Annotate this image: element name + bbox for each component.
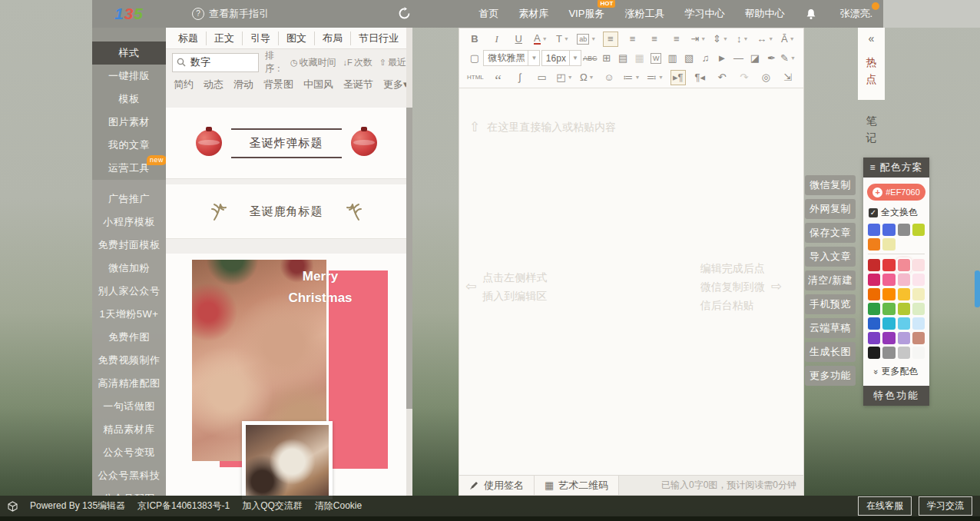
wechat-copy-button[interactable]: 微信复制 [805, 175, 856, 195]
sidebar-item-one-sentence-image[interactable]: 一句话做图 [92, 395, 166, 418]
style-tab-5[interactable]: 布局 [314, 32, 350, 45]
generate-long-image-button[interactable]: 生成长图 [805, 342, 856, 362]
color-swatch[interactable] [882, 332, 895, 344]
sidebar-item-fans-5w[interactable]: 1天增粉5W+ [92, 303, 166, 326]
color-swatch[interactable] [912, 347, 925, 359]
color-swatch[interactable] [912, 259, 925, 271]
search-input[interactable] [189, 56, 253, 69]
align-justify-icon[interactable]: ≡ [669, 32, 684, 47]
art-qrcode-button[interactable]: ▦ 艺术二维码 [535, 476, 619, 495]
insert-image-icon[interactable]: ▤ [615, 51, 631, 66]
insert-hr-icon[interactable]: — [731, 51, 747, 66]
more-functions-button[interactable]: 更多功能 [805, 366, 856, 386]
use-signature-button[interactable]: 使用签名 [459, 476, 535, 495]
color-swatch[interactable] [898, 347, 910, 359]
list-style-icon[interactable]: ≔▼ [624, 70, 641, 85]
external-copy-button[interactable]: 外网复制 [805, 199, 856, 219]
insert-photo-icon[interactable]: ▥ [665, 51, 680, 66]
para-spacing-icon[interactable]: ↕▼ [735, 32, 750, 47]
color-swatch[interactable] [898, 224, 910, 236]
newbie-guide-link[interactable]: ? 查看新手指引 [192, 7, 269, 21]
insert-gallery-icon[interactable]: ▧ [681, 51, 697, 66]
align-right-icon[interactable]: ≡ [647, 32, 662, 47]
color-swatch[interactable] [882, 259, 895, 271]
import-article-button[interactable]: 导入文章 [805, 247, 856, 267]
indent-icon[interactable]: ⇥▼ [690, 32, 706, 47]
color-swatch[interactable] [882, 238, 895, 251]
sidebar-item-styles[interactable]: 样式 [92, 41, 166, 65]
tab-hot-topics[interactable]: 热点 [858, 49, 885, 92]
fullscreen-icon[interactable]: ⇲ [780, 70, 796, 85]
html-source-icon[interactable]: HTML [467, 70, 484, 85]
strikethrough-icon[interactable]: ABC [582, 51, 598, 66]
filter-tag-2[interactable]: 动态 [204, 78, 223, 91]
current-color-button[interactable]: + #EF7060 [867, 184, 925, 201]
cloud-draft-button[interactable]: 云端草稿 [805, 318, 856, 338]
font-size-select[interactable]: 16px▼ [541, 50, 581, 66]
sidebar-item-other-accounts[interactable]: 别人家公众号 [92, 280, 166, 303]
color-swatch[interactable] [868, 238, 880, 251]
color-swatch[interactable] [882, 288, 895, 300]
sidebar-item-free-cover-templates[interactable]: 免费封面模板 [92, 234, 166, 257]
italic-icon[interactable]: I [489, 32, 505, 47]
color-swatch[interactable] [898, 332, 910, 344]
sidebar-item-operation-tools[interactable]: 运营工具new [92, 157, 166, 180]
sidebar-item-free-drawing[interactable]: 免费作图 [92, 326, 166, 349]
featured-functions-button[interactable]: 特色功能 [863, 386, 929, 406]
color-swatch[interactable] [882, 347, 895, 359]
special-char-icon[interactable]: Ω▼ [579, 70, 594, 85]
template-christmas-antler-title[interactable]: 圣诞鹿角标题 [166, 184, 406, 239]
phone-preview-button[interactable]: 手机预览 [805, 294, 856, 314]
insert-link-icon[interactable]: ∫ [512, 70, 528, 85]
nav-item-help-center[interactable]: 帮助中心 [744, 7, 784, 21]
nav-item-home[interactable]: 首页 [478, 7, 498, 21]
divider-style-icon[interactable]: ≕▼ [647, 70, 664, 85]
color-swatch[interactable] [882, 274, 895, 286]
align-left-icon[interactable]: ≡ [603, 32, 618, 47]
sidebar-item-account-blacktech[interactable]: 公众号黑科技 [92, 464, 166, 487]
sort-option-recent[interactable]: ⇧最近 [379, 56, 406, 69]
color-swatch[interactable] [868, 274, 880, 286]
blockquote-icon[interactable]: “ [490, 70, 505, 85]
rtl-text-icon[interactable]: ¶◂ [692, 70, 707, 85]
nav-item-material-library[interactable]: 素材库 [518, 7, 548, 21]
insert-video-icon[interactable]: ► [714, 51, 730, 66]
style-tab-3[interactable]: 引导 [242, 32, 278, 45]
style-tab-4[interactable]: 图文 [278, 32, 314, 45]
refresh-icon[interactable] [398, 7, 411, 20]
save-article-button[interactable]: 保存文章 [805, 223, 856, 243]
color-swatch[interactable] [868, 288, 880, 300]
color-swatch[interactable] [868, 303, 880, 315]
style-tab-1[interactable]: 标题 [171, 32, 206, 45]
sort-option-use-count[interactable]: ↓F次数 [343, 56, 372, 69]
style-search-box[interactable] [172, 53, 259, 72]
template-merry-christmas-collage[interactable]: Merry Christmas [166, 254, 406, 496]
color-swatch[interactable] [868, 259, 880, 271]
style-tab-2[interactable]: 正文 [206, 32, 242, 45]
color-swatch[interactable] [912, 303, 925, 315]
full-text-recolor-option[interactable]: ✓ 全文换色 [863, 204, 929, 222]
align-center-icon[interactable]: ≡ [624, 32, 640, 47]
font-family-select[interactable]: 微软雅黑▼ [483, 50, 540, 66]
sidebar-item-one-click-format[interactable]: 一键排版 [92, 65, 166, 88]
sort-option-fav-time[interactable]: ◷收藏时间 [290, 56, 336, 69]
notification-bell-icon[interactable] [806, 8, 816, 20]
filter-tag-4[interactable]: 背景图 [263, 78, 293, 91]
sidebar-item-hd-images[interactable]: 高清精准配图 [92, 372, 166, 395]
scrollbar-thumb[interactable] [406, 108, 412, 409]
sidebar-item-my-articles[interactable]: 我的文章 [92, 134, 166, 157]
more-colors-button[interactable]: » 更多配色 [863, 361, 929, 383]
filter-tag-3[interactable]: 滑动 [233, 78, 253, 91]
sidebar-item-miniprogram-templates[interactable]: 小程序模板 [92, 211, 166, 234]
color-swatch[interactable] [882, 303, 895, 315]
color-swatch[interactable] [898, 303, 910, 315]
signature-card-icon[interactable]: ▭ [535, 70, 550, 85]
undo-icon[interactable]: ↶ [714, 70, 730, 85]
format-brush-icon[interactable]: ✒ [763, 51, 779, 66]
color-swatch[interactable] [868, 224, 880, 236]
clear-cookie-link[interactable]: 清除Cookie [315, 499, 362, 513]
import-word-icon[interactable]: W [648, 51, 664, 66]
user-menu[interactable]: 张漂亮. [839, 7, 872, 21]
emoji-icon[interactable]: ☺ [601, 70, 617, 85]
font-color-icon[interactable]: A▼ [533, 32, 548, 47]
